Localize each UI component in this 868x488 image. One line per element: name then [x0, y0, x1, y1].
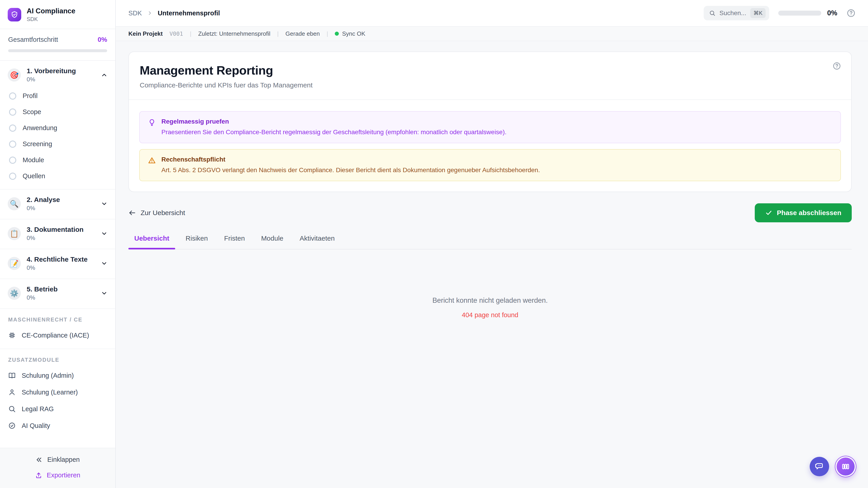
sidebar-item-profil[interactable]: Profil	[0, 88, 115, 104]
header-progress: 0%	[778, 9, 837, 17]
tab-aktivitaeten[interactable]: Aktivitaeten	[294, 234, 341, 249]
alert-title: Regelmaessig pruefen	[161, 118, 506, 125]
sidebar: AI Compliance SDK Gesamtfortschritt 0% 🎯…	[0, 0, 116, 488]
phase-group-vorbereitung: 🎯 1. Vorbereitung 0% Profil Scope	[0, 61, 115, 190]
breadcrumb-root[interactable]: SDK	[128, 9, 142, 17]
chevron-up-icon	[101, 72, 107, 78]
warning-alert: Rechenschaftspflicht Art. 5 Abs. 2 DSGVO…	[139, 149, 841, 181]
phase-group-dokumentation: 📋 3. Dokumentation 0%	[0, 219, 115, 249]
search-input[interactable]: Suchen... ⌘K	[704, 6, 769, 20]
phase-item-analyse[interactable]: 🔍 2. Analyse 0%	[0, 192, 115, 216]
page-subtitle: Compliance-Berichte und KPIs fuer das To…	[140, 81, 840, 89]
complete-phase-button[interactable]: Phase abschliessen	[755, 203, 852, 222]
sync-dot-icon	[335, 32, 339, 36]
help-icon[interactable]	[846, 8, 856, 18]
overall-progress-bar	[8, 49, 107, 52]
arrow-left-icon	[128, 209, 136, 217]
export-button[interactable]: Exportieren	[35, 471, 80, 479]
chevron-down-icon	[101, 290, 107, 297]
status-circle-icon	[9, 173, 16, 180]
back-to-overview-link[interactable]: Zur Uebersicht	[128, 209, 185, 217]
chevron-down-icon	[101, 200, 107, 207]
search-placeholder: Suchen...	[719, 9, 746, 17]
header-progress-bar	[778, 11, 821, 15]
page-title: Management Reporting	[140, 63, 840, 77]
sidebar-footer: Einklappen Exportieren	[0, 448, 115, 488]
sidebar-item-screening[interactable]: Screening	[0, 136, 115, 152]
lightbulb-icon	[148, 119, 156, 127]
status-circle-icon	[9, 92, 16, 100]
app-subtitle: SDK	[27, 16, 75, 22]
main-area: SDK Unternehmensprofil Suchen... ⌘K 0%	[116, 0, 868, 488]
app-logo	[8, 8, 21, 22]
sidebar-item-legal-rag[interactable]: Legal RAG	[0, 400, 115, 417]
gear-emoji-icon: ⚙️	[8, 287, 21, 300]
shield-check-icon	[10, 11, 19, 19]
empty-state: Bericht konnte nicht geladen werden. 404…	[128, 296, 852, 319]
report-card: Management Reporting Compliance-Berichte…	[128, 52, 852, 192]
tab-risiken[interactable]: Risiken	[180, 234, 214, 249]
memo-emoji-icon: 📝	[8, 257, 21, 270]
header-progress-value: 0%	[827, 9, 837, 17]
sync-status: Sync OK	[335, 30, 365, 37]
sidebar-item-schulung-learner[interactable]: Schulung (Learner)	[0, 384, 115, 400]
double-chevron-left-icon	[35, 456, 43, 463]
collapse-sidebar-button[interactable]: Einklappen	[35, 456, 80, 463]
status-circle-icon	[9, 140, 16, 148]
sidebar-item-anwendung[interactable]: Anwendung	[0, 120, 115, 136]
error-text: 404 page not found	[128, 311, 852, 319]
panel-fab-button[interactable]	[835, 456, 856, 477]
phase-item-rechtliche-texte[interactable]: 📝 4. Rechtliche Texte 0%	[0, 252, 115, 275]
warning-triangle-icon	[148, 156, 156, 164]
clipboard-emoji-icon: 📋	[8, 227, 21, 240]
sidebar-item-scope[interactable]: Scope	[0, 104, 115, 120]
chat-fab-button[interactable]	[810, 457, 829, 476]
sidebar-item-quellen[interactable]: Quellen	[0, 168, 115, 184]
tab-fristen[interactable]: Fristen	[218, 234, 251, 249]
empty-state-message: Bericht konnte nicht geladen werden.	[128, 296, 852, 304]
upload-icon	[35, 472, 42, 479]
tab-bar: Uebersicht Risiken Fristen Module Aktivi…	[128, 234, 852, 250]
sidebar-item-ce-compliance[interactable]: CE-Compliance (IACE)	[0, 327, 115, 344]
status-circle-icon	[9, 108, 16, 116]
status-bar: Kein Projekt V001 | Zuletzt: Unternehmen…	[116, 27, 868, 41]
search-icon	[709, 10, 715, 16]
overall-progress-label: Gesamtfortschritt	[8, 36, 58, 43]
phase-group-analyse: 🔍 2. Analyse 0%	[0, 190, 115, 219]
alert-title: Rechenschaftspflicht	[161, 156, 540, 163]
phase-group-betrieb: ⚙️ 5. Betrieb 0%	[0, 279, 115, 309]
last-saved: Zuletzt: Unternehmensprofil	[198, 30, 270, 37]
check-icon	[765, 209, 772, 217]
app-header: AI Compliance SDK	[0, 0, 115, 29]
top-header: SDK Unternehmensprofil Suchen... ⌘K 0%	[116, 0, 868, 27]
last-saved-time: Gerade eben	[285, 30, 320, 37]
sidebar-item-ai-quality[interactable]: AI Quality	[0, 417, 115, 434]
chevron-down-icon	[101, 230, 107, 237]
columns-icon	[841, 462, 850, 471]
info-alert: Regelmaessig pruefen Praesentieren Sie d…	[139, 111, 841, 143]
project-name: Kein Projekt	[128, 30, 163, 37]
section-zusatzmodule: ZUSATZMODULE Schulung (Admin) Schulung (…	[0, 349, 115, 436]
sidebar-item-schulung-admin[interactable]: Schulung (Admin)	[0, 367, 115, 384]
phase-item-betrieb[interactable]: ⚙️ 5. Betrieb 0%	[0, 281, 115, 305]
page-content: Management Reporting Compliance-Berichte…	[116, 41, 868, 488]
search-icon	[8, 405, 16, 413]
overall-progress: Gesamtfortschritt 0%	[0, 29, 115, 61]
app-title: AI Compliance	[27, 7, 75, 15]
phase-item-vorbereitung[interactable]: 🎯 1. Vorbereitung 0%	[0, 63, 115, 87]
alert-body: Praesentieren Sie den Compliance-Bericht…	[161, 128, 506, 136]
user-icon	[8, 388, 16, 396]
sidebar-item-module[interactable]: Module	[0, 152, 115, 168]
status-circle-icon	[9, 157, 16, 164]
phase-group-rechtliche-texte: 📝 4. Rechtliche Texte 0%	[0, 249, 115, 279]
phase-item-dokumentation[interactable]: 📋 3. Dokumentation 0%	[0, 222, 115, 246]
breadcrumb-current: Unternehmensprofil	[158, 9, 220, 17]
floating-buttons	[810, 456, 856, 477]
phase-nav: 🎯 1. Vorbereitung 0% Profil Scope	[0, 61, 115, 448]
search-shortcut-badge: ⌘K	[750, 8, 766, 18]
chevron-down-icon	[101, 260, 107, 267]
tab-module[interactable]: Module	[255, 234, 289, 249]
status-circle-icon	[9, 125, 16, 132]
card-help-icon[interactable]	[832, 61, 841, 70]
tab-uebersicht[interactable]: Uebersicht	[128, 234, 175, 249]
